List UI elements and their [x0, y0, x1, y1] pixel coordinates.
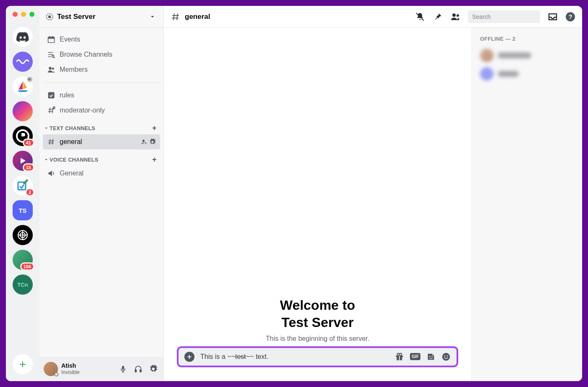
server-item[interactable]: [13, 225, 33, 245]
svg-rect-23: [140, 370, 141, 372]
search-input[interactable]: [472, 13, 546, 20]
server-badge-icon: [45, 13, 54, 21]
svg-point-25: [452, 13, 456, 17]
status-invisible-indicator: [54, 372, 58, 377]
minimize-window-button[interactable]: [21, 12, 26, 17]
events-button[interactable]: Events: [43, 32, 160, 47]
help-icon: ?: [565, 12, 575, 22]
channel-label: moderator-only: [60, 107, 105, 114]
pinned-messages-button[interactable]: [433, 12, 443, 22]
threads-icon: [397, 12, 407, 22]
invite-icon[interactable]: [141, 139, 147, 145]
svg-rect-10: [52, 36, 53, 38]
member-row[interactable]: [477, 46, 577, 65]
pin-icon: [433, 12, 443, 22]
server-item[interactable]: 15: [13, 151, 33, 171]
add-channel-button[interactable]: +: [152, 124, 157, 133]
server-item[interactable]: TCn: [13, 275, 33, 295]
svg-point-17: [52, 68, 54, 70]
server-rail: 41 15 2 TS 156 TCn +: [6, 6, 39, 381]
hash-icon: [47, 138, 55, 146]
channel-list-scroll: Events Browse Channels Members rules mod…: [39, 28, 163, 357]
add-channel-button[interactable]: +: [152, 155, 157, 164]
server-item[interactable]: 2: [13, 175, 33, 196]
user-info-button[interactable]: Atish Invisible: [61, 362, 114, 375]
user-status-label: Invisible: [61, 369, 114, 375]
channel-rules[interactable]: rules: [43, 88, 160, 103]
server-item[interactable]: [13, 76, 33, 97]
svg-point-6: [49, 16, 51, 18]
channel-sidebar: Test Server Events Browse Channels Membe…: [39, 6, 164, 381]
close-window-button[interactable]: [13, 12, 18, 17]
settings-icon[interactable]: [149, 139, 156, 145]
search-box[interactable]: [468, 10, 540, 23]
unread-badge: 15: [23, 163, 34, 172]
svg-point-26: [457, 14, 459, 17]
channel-label: rules: [60, 92, 74, 99]
members-icon: [47, 65, 55, 74]
browse-icon: [47, 50, 55, 59]
bell-muted-icon: [415, 12, 425, 22]
emoji-button[interactable]: [441, 352, 451, 361]
messages-area: Welcome to Test Server This is the begin…: [164, 28, 471, 381]
server-item-current[interactable]: TS: [13, 200, 33, 220]
inbox-button[interactable]: [548, 12, 558, 22]
member-list: OFFLINE — 2: [471, 28, 582, 381]
channel-moderator-only[interactable]: moderator-only: [43, 103, 160, 118]
svg-point-37: [431, 356, 433, 357]
svg-point-39: [444, 356, 445, 357]
member-row[interactable]: [477, 65, 577, 83]
hash-icon: [171, 12, 181, 22]
help-button[interactable]: ?: [565, 12, 575, 22]
composer-text[interactable]: This is a ~~test~~ text.: [200, 353, 389, 361]
voice-channel-general[interactable]: General: [43, 166, 160, 181]
server-item[interactable]: [13, 52, 33, 72]
notifications-button[interactable]: [415, 12, 425, 22]
server-header-dropdown[interactable]: Test Server: [39, 6, 163, 28]
dm-home-button[interactable]: [13, 27, 33, 47]
deafen-button[interactable]: [132, 363, 144, 375]
unread-badge: 2: [25, 188, 34, 196]
gif-icon: GIF: [410, 353, 420, 360]
channel-general[interactable]: general: [43, 134, 160, 149]
svg-text:?: ?: [568, 13, 572, 20]
gift-icon: [395, 352, 404, 361]
mute-mic-button[interactable]: [117, 363, 129, 375]
member-list-toggle[interactable]: [450, 12, 460, 22]
server-item[interactable]: [13, 101, 33, 121]
discord-icon: [16, 32, 29, 42]
svg-rect-33: [399, 356, 400, 360]
voice-active-indicator: [26, 76, 34, 83]
hash-lock-icon: [47, 106, 55, 115]
message-composer[interactable]: + This is a ~~test~~ text. GIF: [177, 347, 458, 367]
chat-body: Welcome to Test Server This is the begin…: [164, 28, 582, 381]
welcome-line2: Test Server: [281, 315, 354, 330]
threads-button[interactable]: [397, 12, 407, 22]
chat-main: general: [164, 6, 582, 381]
members-button[interactable]: Members: [43, 62, 160, 77]
gear-icon: [149, 365, 158, 373]
browse-channels-button[interactable]: Browse Channels: [43, 47, 160, 62]
server-item[interactable]: 156: [13, 250, 33, 270]
speaker-icon: [47, 169, 55, 178]
category-text-channels[interactable]: TEXT CHANNELS +: [43, 118, 160, 134]
svg-point-20: [142, 140, 144, 142]
category-voice-channels[interactable]: VOICE CHANNELS +: [43, 149, 160, 166]
emoji-icon: [441, 352, 451, 361]
gift-button[interactable]: [395, 352, 404, 361]
user-settings-button[interactable]: [147, 363, 159, 375]
sticker-button[interactable]: [426, 352, 436, 361]
microphone-icon: [119, 365, 127, 373]
add-server-button[interactable]: +: [13, 354, 33, 374]
gif-button[interactable]: GIF: [410, 352, 420, 361]
server-item[interactable]: 41: [13, 126, 33, 146]
maximize-window-button[interactable]: [29, 12, 34, 17]
events-label: Events: [60, 36, 80, 43]
chat-toolbar: ?: [397, 10, 575, 23]
wave-icon: [16, 58, 29, 65]
chevron-down-icon: [149, 13, 156, 20]
attach-button[interactable]: +: [184, 352, 194, 362]
unread-badge: 156: [20, 262, 34, 271]
knot-icon: [16, 229, 29, 241]
user-avatar[interactable]: [44, 362, 58, 376]
